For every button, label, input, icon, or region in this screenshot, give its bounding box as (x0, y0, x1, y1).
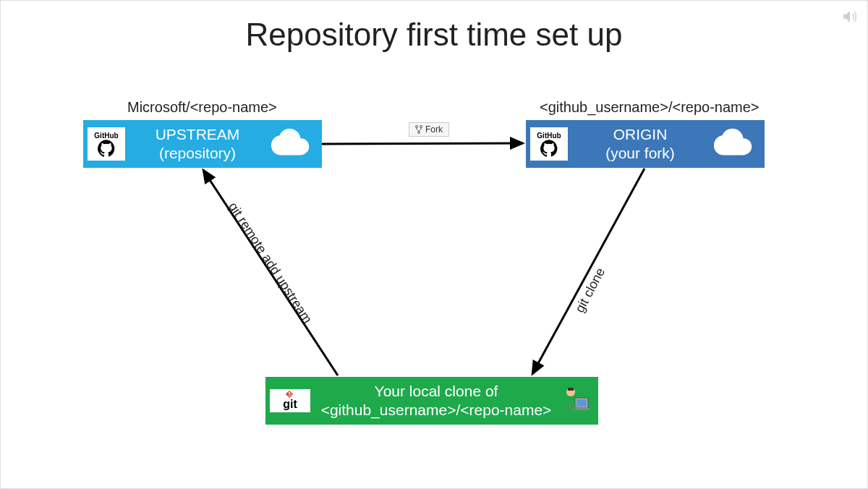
upstream-path-label: Microsoft/<repo-name> (127, 99, 277, 116)
cloud-icon (712, 128, 757, 160)
upstream-box-text: UPSTREAM (repository) (125, 125, 270, 163)
local-box: git Your local clone of <github_username… (265, 377, 598, 425)
origin-line1: ORIGIN (613, 126, 668, 143)
svg-rect-1 (576, 399, 587, 407)
cloud-icon (270, 128, 315, 160)
local-box-text: Your local clone of <github_username>/<r… (310, 382, 562, 420)
git-badge-text: git (283, 398, 297, 411)
github-icon: GitHub (88, 127, 125, 161)
clone-label: git clone (572, 265, 608, 315)
svg-point-5 (416, 126, 418, 128)
fork-arrow (322, 143, 523, 144)
upstream-box: GitHub UPSTREAM (repository) (83, 120, 322, 168)
github-icon: GitHub (530, 127, 568, 161)
clone-arrow (532, 169, 644, 374)
origin-path-label: <github_username>/<repo-name> (540, 99, 760, 116)
svg-rect-4 (568, 388, 574, 391)
user-computer-icon (562, 385, 591, 417)
origin-box-text: ORIGIN (your fork) (568, 125, 712, 163)
local-line2: <github_username>/<repo-name> (321, 401, 552, 418)
github-badge-text: GitHub (537, 132, 561, 140)
fork-label: Fork (425, 124, 443, 135)
git-icon: git (270, 389, 310, 412)
origin-box: GitHub ORIGIN (your fork) (526, 120, 765, 168)
fork-button: Fork (409, 122, 449, 137)
remote-add-label: git remote add upstream (225, 200, 315, 326)
upstream-line1: UPSTREAM (156, 126, 240, 143)
origin-line2: (your fork) (605, 145, 675, 161)
github-badge-text: GitHub (94, 132, 118, 140)
slide-title: Repository first time set up (1, 17, 867, 53)
local-line1: Your local clone of (375, 383, 498, 399)
speaker-icon (841, 8, 859, 25)
upstream-line2: (repository) (159, 145, 236, 161)
svg-point-6 (420, 126, 422, 128)
